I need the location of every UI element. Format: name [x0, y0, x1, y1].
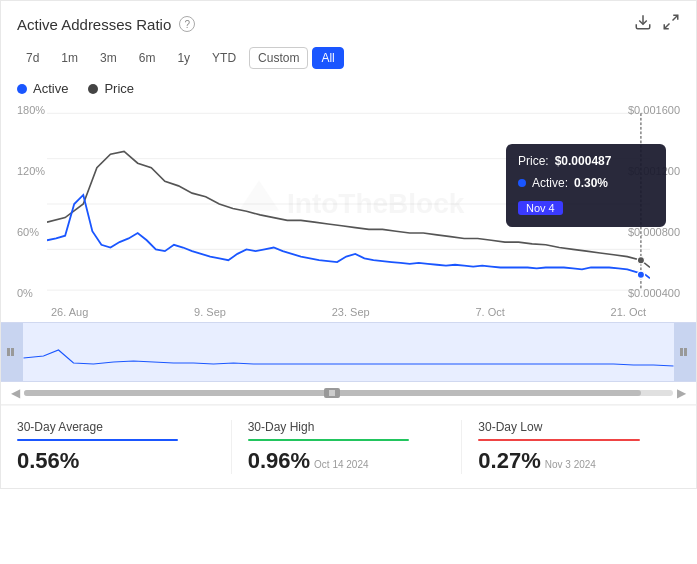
y-left-label-3: 60%	[17, 226, 45, 238]
filter-all[interactable]: All	[312, 47, 343, 69]
stat-average-number: 0.56%	[17, 448, 79, 473]
stat-low-number: 0.27%	[478, 448, 540, 474]
svg-rect-13	[7, 348, 10, 356]
scroll-track[interactable]	[24, 390, 673, 396]
stat-average: 30-Day Average 0.56%	[17, 420, 231, 474]
y-left-label-2: 120%	[17, 165, 45, 177]
tooltip-price-row: Price: $0.000487	[518, 151, 654, 173]
download-button[interactable]	[634, 13, 652, 35]
scroll-bar-row: ◀ ▶	[1, 382, 696, 405]
legend-price: Price	[88, 81, 134, 96]
stat-low-label: 30-Day Low	[478, 420, 680, 434]
stat-high-date: Oct 14 2024	[314, 459, 368, 470]
mini-chart-area: Sep '24 Oct '24 Nov...	[1, 322, 696, 382]
stat-average-value: 0.56%	[17, 448, 219, 474]
scroll-handle[interactable]	[324, 388, 340, 398]
svg-rect-16	[684, 348, 687, 356]
legend-price-dot	[88, 84, 98, 94]
filter-ytd[interactable]: YTD	[203, 47, 245, 69]
page-title: Active Addresses Ratio	[17, 16, 171, 33]
stat-high-number: 0.96%	[248, 448, 310, 474]
filter-6m[interactable]: 6m	[130, 47, 165, 69]
filter-3m[interactable]: 3m	[91, 47, 126, 69]
mini-scroll-left[interactable]	[1, 323, 23, 381]
stat-low-bar	[478, 439, 639, 441]
chart-tooltip: Price: $0.000487 Active: 0.30% Nov 4	[506, 144, 666, 227]
tooltip-price-value: $0.000487	[555, 151, 612, 173]
legend-price-label: Price	[104, 81, 134, 96]
svg-point-10	[637, 271, 644, 278]
filter-1y[interactable]: 1y	[168, 47, 199, 69]
tooltip-active-dot	[518, 179, 526, 187]
legend-active-dot	[17, 84, 27, 94]
mini-label-sep: Sep '24	[29, 380, 63, 382]
stat-low-date: Nov 3 2024	[545, 459, 596, 470]
stat-average-label: 30-Day Average	[17, 420, 219, 434]
time-filter-bar: 7d 1m 3m 6m 1y YTD Custom All	[1, 43, 696, 77]
stat-average-bar	[17, 439, 178, 441]
chart-legend: Active Price	[1, 77, 696, 104]
svg-rect-15	[680, 348, 683, 356]
stat-high-label: 30-Day High	[248, 420, 450, 434]
help-icon[interactable]: ?	[179, 16, 195, 32]
tooltip-active-value: 0.30%	[574, 173, 608, 195]
mini-label-nov: Nov...	[643, 380, 668, 382]
mini-scroll-right[interactable]	[674, 323, 696, 381]
tooltip-active-label: Active:	[532, 173, 568, 195]
y-left-label-4: 0%	[17, 287, 45, 299]
stat-low-value: 0.27% Nov 3 2024	[478, 448, 680, 474]
svg-line-1	[673, 15, 678, 20]
x-label-oct2: 21. Oct	[611, 306, 646, 318]
stat-high-value: 0.96% Oct 14 2024	[248, 448, 450, 474]
legend-active-label: Active	[33, 81, 68, 96]
filter-custom[interactable]: Custom	[249, 47, 308, 69]
tooltip-date: Nov 4	[518, 201, 563, 215]
x-label-sep1: 9. Sep	[194, 306, 226, 318]
x-axis: 26. Aug 9. Sep 23. Sep 7. Oct 21. Oct	[1, 304, 696, 322]
x-label-sep2: 23. Sep	[332, 306, 370, 318]
scroll-thumb[interactable]	[24, 390, 641, 396]
mini-label-oct: Oct '24	[337, 380, 368, 382]
scroll-prev-button[interactable]: ◀	[9, 386, 22, 400]
stat-high: 30-Day High 0.96% Oct 14 2024	[231, 420, 462, 474]
legend-active: Active	[17, 81, 68, 96]
scroll-next-button[interactable]: ▶	[675, 386, 688, 400]
x-label-aug: 26. Aug	[51, 306, 88, 318]
stat-low: 30-Day Low 0.27% Nov 3 2024	[461, 420, 680, 474]
mini-chart-svg	[23, 328, 674, 378]
stats-section: 30-Day Average 0.56% 30-Day High 0.96% O…	[1, 405, 696, 488]
y-left-label-1: 180%	[17, 104, 45, 116]
stat-high-bar	[248, 439, 409, 441]
svg-rect-14	[11, 348, 14, 356]
svg-point-9	[637, 257, 644, 264]
x-label-oct1: 7. Oct	[475, 306, 504, 318]
filter-7d[interactable]: 7d	[17, 47, 48, 69]
svg-line-2	[664, 24, 669, 29]
tooltip-active-row: Active: 0.30%	[518, 173, 654, 195]
filter-1m[interactable]: 1m	[52, 47, 87, 69]
tooltip-price-label: Price:	[518, 151, 549, 173]
mini-labels: Sep '24 Oct '24 Nov...	[1, 380, 696, 382]
expand-button[interactable]	[662, 13, 680, 35]
